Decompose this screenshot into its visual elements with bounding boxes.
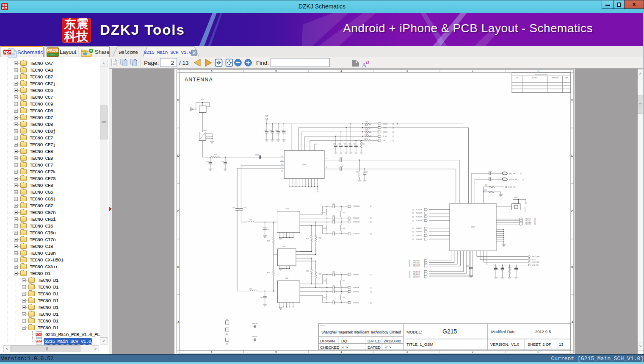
svg-text:C126: C126: [332, 231, 335, 233]
svg-text:PYCOB_PRG: PYCOB_PRG: [508, 186, 515, 188]
svg-text:C110: C110: [332, 285, 335, 286]
svg-text:L310: L310: [343, 280, 345, 282]
svg-text:REVISION RECORD: REVISION RECORD: [535, 74, 548, 75]
svg-text:R401: R401: [267, 240, 270, 242]
svg-text:C404: C404: [232, 207, 235, 208]
svg-text:R411: R411: [267, 272, 270, 274]
svg-text:MARKING: MARKING: [252, 323, 257, 325]
svg-text:[2]: [2]: [412, 239, 414, 240]
svg-text:DRAWN: DRAWN: [320, 339, 335, 343]
svg-text:R405: R405: [365, 121, 368, 123]
svg-text:C352: C352: [205, 161, 209, 163]
svg-text:R120: R120: [318, 237, 321, 239]
svg-text:R309: R309: [365, 138, 368, 139]
svg-text:VRFCLK_PMU: VRFCLK_PMU: [532, 256, 540, 258]
svg-text:[2]: [2]: [412, 209, 414, 211]
svg-text:Shanghai Ragentek Intelligent: Shanghai Ragentek Intelligent Technology…: [321, 330, 401, 334]
svg-text:U330: U330: [285, 278, 288, 279]
svg-text:6: 6: [211, 350, 213, 353]
svg-text:2: 2: [171, 60, 174, 66]
svg-text:GSM900N: GSM900N: [416, 231, 422, 233]
svg-text:SYSCLK_26M: SYSCLK_26M: [509, 179, 517, 181]
svg-text:2CTRL0: 2CTRL0: [383, 131, 388, 133]
svg-text:C211: C211: [264, 130, 267, 131]
svg-text:VLFIA_PMU: VLFIA_PMU: [532, 264, 539, 266]
svg-text:[2]: [2]: [412, 212, 414, 214]
svg-text:[2]: [2]: [370, 302, 372, 304]
svg-text:E124: E124: [201, 99, 204, 100]
svg-text:C306: C306: [260, 297, 263, 299]
svg-text:4: 4: [340, 350, 342, 353]
svg-text:R301: R301: [485, 184, 488, 186]
svg-text:[2]: [2]: [370, 221, 372, 223]
svg-text:[2]: [2]: [412, 231, 414, 233]
svg-text:VDD28: VDD28: [532, 259, 536, 261]
svg-text:VTCXO_PMU: VTCXO_PMU: [532, 261, 539, 263]
svg-text:[2]: [2]: [412, 235, 414, 236]
svg-text:FL_EN: FL_EN: [383, 136, 387, 137]
svg-text:[3]: [3]: [409, 265, 410, 267]
svg-text:B: B: [571, 265, 573, 268]
svg-text:C440: C440: [466, 265, 469, 267]
svg-text:D: D: [571, 154, 573, 157]
svg-text:G215_Main_SCH_V1.0: G215_Main_SCH_V1.0: [144, 50, 191, 55]
svg-text:C417: C417: [333, 143, 336, 145]
svg-text:2: 2: [472, 350, 473, 353]
svg-text:PCS1900P: PCS1900P: [353, 217, 359, 219]
svg-text:C109: C109: [332, 271, 335, 273]
svg-text:GSM900P: GSM900P: [416, 228, 422, 229]
svg-text:TITLE: 1_GSM: TITLE: 1_GSM: [406, 342, 433, 347]
svg-text:GSM900P: GSM900P: [353, 302, 359, 304]
svg-text:[3]: [3]: [392, 131, 394, 133]
svg-text:C419: C419: [343, 143, 346, 145]
svg-text:A: A: [177, 321, 180, 324]
svg-text:[2]: [2]: [412, 220, 414, 222]
svg-text:a: a: [366, 58, 369, 65]
svg-text:26M: 26M: [383, 140, 385, 142]
svg-text:C420: C420: [348, 143, 351, 145]
svg-text:E: E: [571, 99, 573, 102]
svg-text:DQ40: DQ40: [489, 171, 492, 172]
svg-text:[2]: [2]: [370, 233, 372, 235]
svg-text:C442: C442: [495, 267, 498, 268]
svg-text:L306: L306: [356, 171, 358, 173]
svg-text:R408: R408: [365, 133, 368, 135]
svg-text:NA3: NA3: [226, 343, 228, 345]
svg-text:DQ: DQ: [341, 339, 347, 343]
svg-text:15: 15: [281, 160, 283, 162]
svg-text:C124: C124: [332, 215, 335, 217]
svg-text:C407: C407: [267, 229, 270, 231]
svg-text:GSM850P: GSM850P: [416, 235, 422, 236]
svg-text:C123: C123: [332, 203, 335, 205]
svg-text:[3]: [3]: [392, 136, 394, 137]
svg-text:[2]: [2]: [370, 291, 372, 293]
svg-text:R406: R406: [365, 125, 368, 127]
svg-text:< >: < >: [385, 345, 391, 350]
svg-text:R320: R320: [362, 143, 365, 145]
svg-text:L306: L306: [323, 280, 326, 282]
svg-text:C112: C112: [332, 300, 335, 302]
svg-text:BB1_CS2: BB1_CS2: [525, 223, 531, 225]
svg-text:2CTRL2: 2CTRL2: [383, 123, 388, 125]
svg-text:[2]: [2]: [370, 287, 372, 289]
svg-text:ANTENNA: ANTENNA: [185, 77, 213, 83]
svg-text:C443: C443: [515, 267, 518, 268]
svg-text:B: B: [177, 265, 180, 268]
svg-text:4: 4: [340, 69, 342, 72]
svg-text:3: 3: [406, 69, 408, 72]
svg-text:R126: R126: [306, 270, 309, 272]
svg-text:VBAT: VBAT: [265, 115, 268, 117]
svg-text:GSM_TX_QP: GSM_TX_QP: [413, 265, 420, 267]
svg-text:5: 5: [275, 69, 277, 72]
svg-text:Liantuan.: Liantuan.: [320, 325, 326, 327]
svg-text:BCA1900P: BCA1900P: [416, 216, 422, 218]
svg-text:16: 16: [281, 164, 283, 165]
svg-text:GSM_RX_IP: GSM_RX_IP: [413, 276, 420, 278]
svg-text:DCS1800N: DCS1800N: [353, 221, 359, 223]
svg-text:1: 1: [537, 350, 539, 353]
svg-text:R123: R123: [306, 238, 309, 239]
svg-text:2CTRL1: 2CTRL1: [383, 127, 388, 129]
svg-text:DATE: DATE: [565, 77, 568, 79]
svg-text:L400: L400: [323, 228, 326, 229]
svg-text:C110: C110: [243, 207, 246, 208]
